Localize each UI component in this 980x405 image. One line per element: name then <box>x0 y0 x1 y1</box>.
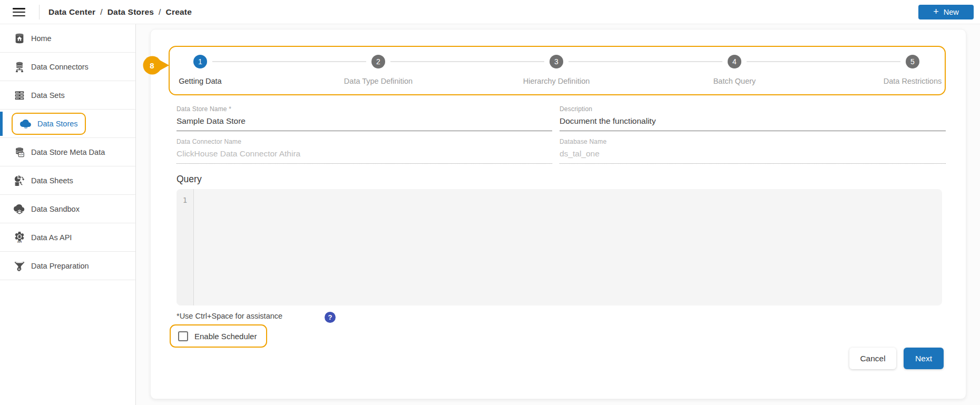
field-label: Data Connector Name <box>177 138 552 145</box>
field-label: Description <box>560 105 946 113</box>
field-database-name: Database Name ds_tal_one <box>560 138 946 164</box>
hamburger-menu-icon[interactable] <box>13 8 25 16</box>
plus-icon: + <box>933 7 939 16</box>
sidebar-item-label: Data As API <box>31 233 72 242</box>
sidebar-item-label: Data Store Meta Data <box>31 148 105 156</box>
field-data-connector-name: Data Connector Name ClickHouse Data Conn… <box>177 138 552 164</box>
new-button[interactable]: + New <box>918 5 974 19</box>
server-rack-icon <box>14 90 25 101</box>
step-1-circle[interactable]: 1 <box>193 55 207 68</box>
step-5-circle[interactable]: 5 <box>906 55 919 68</box>
chart-sync-icon <box>14 175 25 186</box>
top-bar: Data Center / Data Stores / Create + New <box>0 0 980 24</box>
enable-scheduler-checkbox[interactable] <box>178 331 188 341</box>
data-store-name-input[interactable]: Sample Data Store <box>177 116 552 131</box>
sidebar-item-data-as-api[interactable]: API Data As API <box>0 223 135 252</box>
query-heading: Query <box>177 174 202 185</box>
enable-scheduler-group: Enable Scheduler <box>170 324 267 348</box>
new-button-label: New <box>944 8 959 16</box>
editor-gutter: 1 <box>177 189 194 305</box>
breadcrumb-separator: / <box>159 7 161 17</box>
data-connector-name-input: ClickHouse Data Connector Athira <box>177 149 552 164</box>
next-button[interactable]: Next <box>904 348 944 369</box>
description-input[interactable]: Document the functionality <box>560 116 946 131</box>
line-number: 1 <box>177 196 193 204</box>
sidebar-item-data-sets[interactable]: Data Sets <box>0 81 135 110</box>
field-description: Description Document the functionality <box>560 105 946 131</box>
breadcrumb-data-center[interactable]: Data Center <box>48 7 95 17</box>
sidebar-item-label: Data Preparation <box>31 262 89 270</box>
svg-text:API: API <box>17 240 22 243</box>
field-data-store-name: Data Store Name * Sample Data Store <box>177 105 552 131</box>
step-1-label: Getting Data <box>142 77 258 85</box>
sidebar-item-data-sandbox[interactable]: Data Sandbox <box>0 195 135 223</box>
breadcrumb-data-stores[interactable]: Data Stores <box>107 7 154 17</box>
sidebar-item-label: Data Sandbox <box>31 205 80 213</box>
step-4-label: Batch Query <box>677 77 792 85</box>
cloud-box-icon <box>14 203 25 215</box>
step-connector <box>390 61 544 62</box>
cloud-icon <box>20 118 32 130</box>
sidebar-item-label: Data Sheets <box>31 176 73 185</box>
active-item-highlight: Data Stores <box>12 113 86 135</box>
database-name-input: ds_tal_one <box>560 149 946 164</box>
database-stack-icon <box>14 61 25 73</box>
cancel-button[interactable]: Cancel <box>849 348 896 369</box>
field-label: Database Name <box>560 138 946 145</box>
step-3-circle[interactable]: 3 <box>550 55 563 68</box>
step-2-label: Data Type Definition <box>320 77 436 85</box>
field-label: Data Store Name * <box>177 105 552 113</box>
database-code-icon: </> <box>14 146 25 158</box>
annotation-badge-number: 8 <box>150 61 154 70</box>
sidebar: Home Data Connectors <box>0 24 136 405</box>
sidebar-item-data-preparation[interactable]: Data Preparation <box>0 252 135 280</box>
step-connector <box>747 61 900 62</box>
topbar-divider <box>39 5 40 19</box>
step-connector <box>569 61 722 62</box>
step-connector <box>212 61 366 62</box>
sidebar-item-label: Data Sets <box>31 91 65 100</box>
sidebar-item-data-connectors[interactable]: Data Connectors <box>0 53 135 81</box>
sidebar-item-home[interactable]: Home <box>0 24 135 53</box>
breadcrumb: Data Center / Data Stores / Create <box>48 0 192 24</box>
sidebar-item-data-stores[interactable]: Data Stores <box>0 110 135 138</box>
step-3-label: Hierarchy Definition <box>498 77 614 85</box>
editor-content[interactable] <box>198 196 938 301</box>
sidebar-item-data-store-meta-data[interactable]: </> Data Store Meta Data <box>0 138 135 166</box>
gear-api-icon: API <box>14 232 25 243</box>
wizard-stepper: 1 2 3 4 5 Getting Data Data Type Definit… <box>169 46 946 95</box>
sidebar-item-label: Home <box>31 34 52 43</box>
step-2-circle[interactable]: 2 <box>371 55 385 68</box>
sidebar-item-label: Data Connectors <box>31 63 89 71</box>
query-code-editor[interactable]: 1 <box>177 189 942 305</box>
sidebar-item-data-sheets[interactable]: Data Sheets <box>0 166 135 195</box>
enable-scheduler-label: Enable Scheduler <box>194 332 257 341</box>
active-indicator-bar <box>0 112 3 136</box>
sidebar-item-label: Data Stores <box>37 120 78 128</box>
svg-text:</>: </> <box>19 153 23 156</box>
help-icon[interactable]: ? <box>325 312 336 323</box>
database-home-icon <box>14 33 25 44</box>
app-root: Data Center / Data Stores / Create + New… <box>0 0 980 405</box>
breadcrumb-separator: / <box>100 7 103 17</box>
annotation-badge-8: 8 <box>141 54 171 76</box>
step-5-label: Data Restrictions <box>855 77 971 85</box>
funnel-gear-icon <box>14 260 25 272</box>
breadcrumb-create: Create <box>166 7 192 17</box>
ctrl-space-hint: *Use Ctrl+Space for assistance <box>177 312 282 320</box>
step-4-circle[interactable]: 4 <box>728 55 741 68</box>
